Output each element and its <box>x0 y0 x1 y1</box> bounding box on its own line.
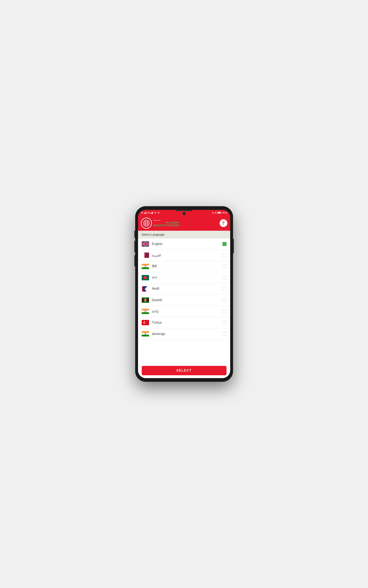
list-item[interactable]: English <box>138 239 230 250</box>
list-item[interactable]: বাংলা <box>138 272 230 283</box>
flag-nepal <box>142 286 149 291</box>
svg-rect-68 <box>142 331 149 333</box>
flag-turkey <box>142 320 149 325</box>
language-name: മലയാളം <box>152 332 220 336</box>
flag-india-ml <box>142 331 149 337</box>
svg-point-38 <box>145 266 146 267</box>
svg-rect-70 <box>142 335 149 337</box>
logo-circle <box>141 218 152 229</box>
svg-rect-6 <box>152 212 153 214</box>
phone-device: 3G 4G <box>135 206 233 382</box>
language-checkbox-bn[interactable] <box>222 276 227 280</box>
alarm-icon <box>212 212 214 214</box>
list-item[interactable]: Swahili <box>138 295 230 306</box>
svg-point-63 <box>145 311 146 312</box>
section-header: Select Language <box>138 231 230 239</box>
brand-text-area: Since 1977 الخليج للصرافة GULF EXCHANGE <box>154 220 179 227</box>
refresh-icon <box>157 212 159 214</box>
flag-uk <box>142 241 149 247</box>
power-button <box>233 239 234 253</box>
lte-indicator: 4G <box>147 212 150 214</box>
phone-screen: 3G 4G <box>138 210 230 378</box>
svg-rect-3 <box>146 212 147 214</box>
logo-inner <box>141 218 151 228</box>
brand-arabic: الخليج للصرافة <box>154 221 179 224</box>
language-name: বাংলা <box>152 276 220 280</box>
list-item[interactable]: नेपाली <box>138 283 230 295</box>
language-list[interactable]: English العربية <box>138 239 230 363</box>
svg-rect-34 <box>142 264 149 266</box>
status-left: 3G 4G <box>141 212 159 214</box>
language-name: العربية <box>152 253 220 257</box>
app-header: Since 1977 الخليج للصرافة GULF EXCHANGE … <box>138 216 230 231</box>
signal-bars-icon <box>144 212 147 214</box>
svg-point-40 <box>144 276 147 279</box>
language-name: हिंदी <box>152 265 220 268</box>
language-checkbox-tr[interactable] <box>222 320 227 325</box>
network-indicator: 3G <box>141 212 143 214</box>
flag-qatar <box>142 252 149 258</box>
select-button[interactable]: SELECT <box>142 366 227 375</box>
svg-rect-61 <box>142 312 149 314</box>
svg-rect-5 <box>151 212 152 214</box>
help-icon: ? <box>222 221 225 225</box>
list-item[interactable]: Türkçe <box>138 317 230 328</box>
language-checkbox-ml[interactable] <box>222 332 227 336</box>
svg-rect-30 <box>142 244 149 245</box>
language-name: Swahili <box>152 298 220 302</box>
volume-button-1 <box>134 231 135 238</box>
time-display: 09:44 <box>222 212 227 214</box>
language-name: नेपाली <box>152 287 220 291</box>
svg-line-12 <box>213 213 213 213</box>
language-name: English <box>152 242 220 246</box>
svg-point-8 <box>155 213 156 214</box>
svg-rect-7 <box>153 212 153 214</box>
language-name: Türkçe <box>152 321 220 324</box>
svg-rect-1 <box>145 212 145 214</box>
flag-bangladesh <box>142 275 149 280</box>
signal-bars-icon-2 <box>150 212 153 214</box>
select-button-area: SELECT <box>138 363 230 378</box>
logo-area: Since 1977 الخليج للصرافة GULF EXCHANGE <box>141 218 179 229</box>
language-name: தமிழ் <box>152 309 220 313</box>
language-checkbox-ar[interactable] <box>222 253 227 257</box>
flag-india-hi <box>142 264 149 269</box>
list-item[interactable]: മലയാളം <box>138 328 230 339</box>
language-checkbox-ta[interactable] <box>222 309 227 313</box>
svg-point-72 <box>145 334 146 334</box>
svg-rect-0 <box>144 213 145 214</box>
language-checkbox-sw[interactable] <box>222 298 227 302</box>
help-button[interactable]: ? <box>220 219 227 227</box>
svg-rect-14 <box>218 212 221 213</box>
volume-button-3 <box>134 255 135 266</box>
language-checkbox-ne[interactable] <box>222 287 227 291</box>
flag-kenya <box>142 298 149 303</box>
status-bar: 3G 4G <box>138 210 230 216</box>
wifi-icon <box>154 212 157 214</box>
section-title: Select Language <box>142 233 165 236</box>
language-checkbox-hi[interactable] <box>222 264 227 269</box>
svg-rect-2 <box>145 212 146 214</box>
globe-logo-icon <box>143 219 150 227</box>
battery-icon <box>218 212 222 214</box>
list-item[interactable]: தமிழ் <box>138 306 230 317</box>
brand-since: Since 1977 <box>154 220 179 221</box>
list-item[interactable]: العربية <box>138 250 230 261</box>
flag-india-ta <box>142 309 149 314</box>
svg-rect-4 <box>150 213 151 214</box>
bluetooth-icon <box>215 212 217 214</box>
brand-english: GULF EXCHANGE <box>154 224 179 227</box>
language-checkbox-en[interactable] <box>222 242 227 246</box>
list-item[interactable]: हिंदी <box>138 261 230 272</box>
svg-rect-36 <box>142 267 149 269</box>
svg-rect-59 <box>142 309 149 310</box>
svg-rect-15 <box>221 212 221 213</box>
status-right: 09:44 <box>212 212 227 214</box>
volume-button-2 <box>134 241 135 252</box>
